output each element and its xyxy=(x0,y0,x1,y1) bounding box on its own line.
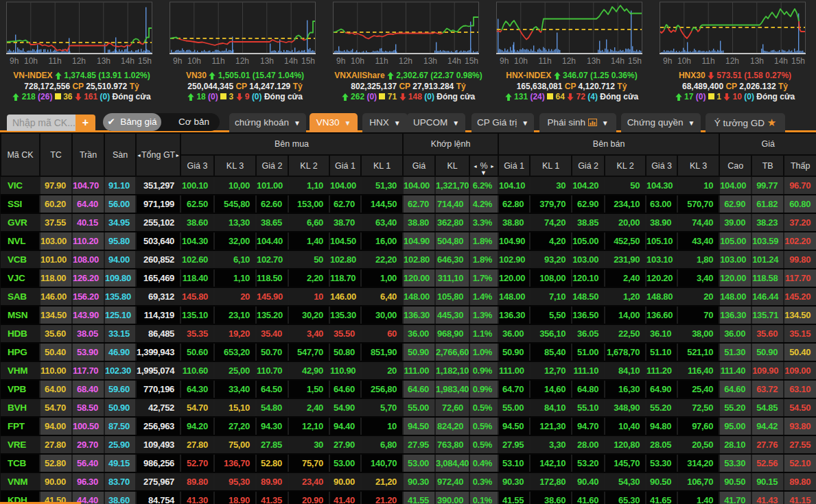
svg-text:13h: 13h xyxy=(423,56,437,65)
svg-text:11h: 11h xyxy=(211,56,224,65)
svg-text:14h: 14h xyxy=(611,56,625,65)
svg-text:10h: 10h xyxy=(24,56,38,65)
svg-text:13h: 13h xyxy=(260,56,274,65)
svg-text:12h: 12h xyxy=(399,56,412,65)
svg-text:11h: 11h xyxy=(48,56,61,65)
svg-text:14h: 14h xyxy=(447,56,461,65)
svg-text:12h: 12h xyxy=(72,56,86,65)
svg-text:15h: 15h xyxy=(301,56,315,65)
svg-text:10h: 10h xyxy=(514,56,528,65)
svg-text:14h: 14h xyxy=(121,56,135,65)
svg-text:13h: 13h xyxy=(587,56,601,65)
svg-text:9h: 9h xyxy=(336,56,345,65)
svg-text:10h: 10h xyxy=(351,56,364,65)
svg-text:15h: 15h xyxy=(628,56,642,65)
svg-text:15h: 15h xyxy=(791,56,805,65)
svg-text:15h: 15h xyxy=(138,56,152,65)
svg-text:9h: 9h xyxy=(10,56,19,65)
svg-text:11h: 11h xyxy=(375,56,388,65)
svg-text:12h: 12h xyxy=(725,56,739,65)
svg-text:9h: 9h xyxy=(173,56,182,65)
svg-text:10h: 10h xyxy=(187,56,201,65)
svg-text:9h: 9h xyxy=(500,56,509,65)
svg-text:14h: 14h xyxy=(774,56,788,65)
svg-text:10h: 10h xyxy=(677,56,691,65)
svg-text:12h: 12h xyxy=(562,56,576,65)
svg-text:12h: 12h xyxy=(235,56,249,65)
svg-text:13h: 13h xyxy=(97,56,110,65)
svg-text:15h: 15h xyxy=(465,56,478,65)
svg-text:9h: 9h xyxy=(663,56,672,65)
svg-text:11h: 11h xyxy=(538,56,551,65)
svg-text:14h: 14h xyxy=(284,56,298,65)
svg-text:13h: 13h xyxy=(750,56,764,65)
svg-text:11h: 11h xyxy=(701,56,714,65)
